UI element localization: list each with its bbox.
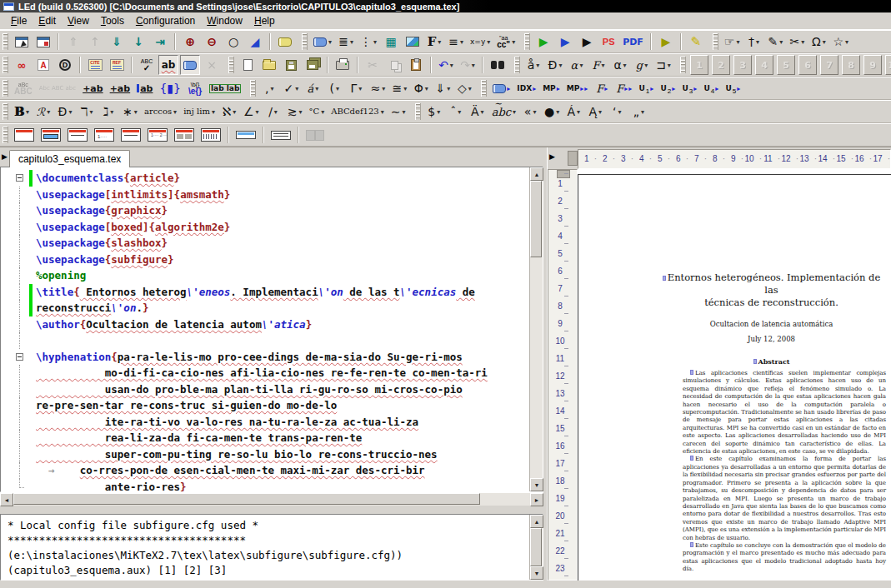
editor-vertical-scrollbar[interactable]: ▲ ▼ bbox=[529, 167, 543, 491]
dropdown-caret-icon[interactable]: ▾ bbox=[602, 62, 605, 69]
run-build-button[interactable]: ▶ bbox=[656, 32, 676, 52]
dropdown-caret-icon[interactable]: ▾ bbox=[134, 108, 138, 116]
low-quote-button[interactable]: „▾ bbox=[628, 102, 648, 122]
acrobat-button[interactable] bbox=[33, 55, 53, 75]
build-log-panel[interactable]: * Local config file subfigure.cfg used *… bbox=[1, 515, 529, 580]
layout-bar-dots-button[interactable] bbox=[268, 125, 293, 145]
dropdown-caret-icon[interactable]: ▾ bbox=[668, 62, 671, 69]
user-tool-3-button[interactable]: U3▸ bbox=[679, 78, 699, 98]
menu-view[interactable]: View bbox=[62, 13, 95, 28]
dropdown-caret-icon[interactable]: ▾ bbox=[779, 38, 783, 46]
letter-eth-button[interactable]: Đ▾ bbox=[545, 55, 565, 75]
metapost-run-button[interactable]: MP▸ bbox=[540, 78, 563, 98]
preview-page-area[interactable]: Entornos heterogéneos. Implementación de… bbox=[578, 169, 891, 581]
dropdown-caret-icon[interactable]: ▾ bbox=[212, 108, 215, 116]
fold-marker-icon[interactable] bbox=[16, 174, 23, 182]
layout-log-numbered-button[interactable] bbox=[145, 125, 170, 145]
delimiter-button[interactable]: (▾ bbox=[324, 78, 344, 98]
hebrew-daleth-button[interactable]: ℸ▾ bbox=[77, 102, 97, 122]
dropdown-caret-icon[interactable]: ▾ bbox=[26, 108, 29, 116]
dropdown-caret-icon[interactable]: ▾ bbox=[512, 38, 515, 46]
layout-editor-log-button[interactable] bbox=[65, 125, 90, 145]
scroll-right-icon[interactable]: ► bbox=[530, 493, 543, 506]
log-vertical-scrollbar[interactable]: ▲ ▼ bbox=[529, 515, 543, 580]
dropdown-caret-icon[interactable]: ▾ bbox=[756, 38, 759, 46]
insert-picture-button[interactable] bbox=[403, 32, 423, 52]
dropdown-caret-icon[interactable]: ▾ bbox=[381, 108, 384, 116]
dropdown-caret-icon[interactable]: ▾ bbox=[328, 38, 332, 46]
insert-braces-button[interactable]: {▮} bbox=[157, 78, 183, 98]
insert-label-button[interactable]: ab bbox=[134, 78, 155, 98]
dropdown-caret-icon[interactable]: ▾ bbox=[458, 108, 461, 116]
hebrew-aleph-button[interactable]: ℵ▾ bbox=[219, 102, 239, 122]
punctuation-button[interactable]: ,▾ bbox=[259, 78, 279, 98]
sticky-notes-button[interactable] bbox=[275, 32, 295, 52]
scroll-left-icon[interactable]: ◄ bbox=[0, 493, 13, 506]
blackboard-letters-button[interactable]: B▾ bbox=[12, 102, 32, 122]
dropdown-caret-icon[interactable]: ▾ bbox=[295, 85, 298, 92]
insert-tabstop-button[interactable]: +ab bbox=[108, 78, 133, 98]
operators-button[interactable]: ∗▾ bbox=[120, 102, 140, 122]
dropdown-caret-icon[interactable]: ▾ bbox=[447, 85, 450, 92]
menu-help[interactable]: Help bbox=[248, 13, 281, 28]
star-insert-button[interactable]: ☆▾ bbox=[830, 32, 851, 52]
find-button[interactable] bbox=[488, 55, 508, 75]
dropdown-caret-icon[interactable]: ▾ bbox=[47, 108, 50, 116]
acute-letter-button[interactable]: Á▾ bbox=[563, 102, 583, 122]
search-preview-button[interactable]: ○ bbox=[223, 32, 243, 52]
quick-slot-8-button[interactable]: 8 bbox=[842, 55, 860, 75]
layout-editor-only-button[interactable] bbox=[12, 125, 37, 145]
dropdown-caret-icon[interactable]: ▾ bbox=[438, 38, 441, 46]
dropdown-caret-icon[interactable]: ▾ bbox=[533, 108, 536, 116]
dropdown-caret-icon[interactable]: ▾ bbox=[68, 108, 72, 116]
accent-ring-button[interactable]: å▾ bbox=[523, 55, 543, 75]
angle-button[interactable]: ∠▾ bbox=[241, 102, 262, 122]
dropdown-caret-icon[interactable]: ▾ bbox=[579, 62, 583, 69]
menu-edit[interactable]: Edit bbox=[33, 13, 62, 28]
label-ref-pair-button[interactable]: lab lab bbox=[207, 78, 243, 98]
nav-up-step-button[interactable]: ↑ bbox=[85, 32, 105, 52]
save-all-button[interactable] bbox=[303, 55, 323, 75]
copy-button[interactable] bbox=[384, 55, 404, 75]
dropdown-caret-icon[interactable]: ▾ bbox=[513, 108, 516, 116]
preview-page[interactable]: Entornos heterogéneos. Implementación de… bbox=[578, 174, 891, 581]
spellcheck-button[interactable]: ABC✓ bbox=[137, 55, 157, 75]
menu-window[interactable]: Window bbox=[201, 13, 248, 28]
metapost-all-button[interactable]: MP▸▸ bbox=[564, 78, 591, 98]
layout-bar-blue-button[interactable] bbox=[233, 125, 258, 145]
dropdown-caret-icon[interactable]: ▾ bbox=[425, 85, 428, 92]
font-style-button[interactable]: F▾ bbox=[424, 32, 444, 52]
dropdown-caret-icon[interactable]: ▾ bbox=[556, 108, 559, 116]
toolbar-grip[interactable] bbox=[3, 57, 8, 73]
menu-tools[interactable]: Tools bbox=[95, 13, 130, 28]
dropdown-caret-icon[interactable]: ▾ bbox=[460, 38, 463, 46]
toolbar-grip[interactable] bbox=[3, 80, 8, 97]
view-ps-button[interactable]: PS bbox=[598, 32, 618, 52]
draw-tool-button[interactable]: ◢ bbox=[245, 32, 265, 52]
relation-cong-button[interactable]: ≅▾ bbox=[389, 78, 409, 98]
relation-gtrsim-button[interactable]: ≳▾ bbox=[285, 102, 305, 122]
insert-tabbing-button[interactable]: +ab bbox=[80, 78, 106, 98]
doc-styles-button[interactable] bbox=[33, 32, 53, 52]
dropdown-caret-icon[interactable]: ▾ bbox=[618, 108, 622, 116]
layout-split-panes-button[interactable] bbox=[172, 125, 197, 145]
dropdown-caret-icon[interactable]: ▾ bbox=[845, 38, 848, 46]
greek-lower-button[interactable]: α▾ bbox=[567, 55, 587, 75]
dropdown-caret-icon[interactable]: ▾ bbox=[437, 108, 440, 116]
menu-file[interactable]: File bbox=[5, 13, 33, 28]
insert-table-button[interactable]: ▦ bbox=[381, 32, 401, 52]
save-button[interactable] bbox=[281, 55, 301, 75]
list-environment-button[interactable]: ≣▾ bbox=[336, 32, 356, 52]
toolbar-grip[interactable] bbox=[680, 57, 686, 73]
dropdown-caret-icon[interactable]: ▾ bbox=[256, 108, 259, 116]
dropdown-caret-icon[interactable]: ▾ bbox=[823, 38, 826, 46]
toolbar-grip[interactable] bbox=[3, 33, 8, 50]
toolbar-grip[interactable] bbox=[514, 57, 520, 73]
dropdown-caret-icon[interactable]: ▾ bbox=[336, 85, 339, 92]
tilde-button[interactable]: ∼▾ bbox=[388, 102, 408, 122]
layout-log-list-button[interactable] bbox=[118, 125, 143, 145]
format-all-button[interactable]: F▸▸ bbox=[613, 78, 634, 98]
toolbar-grip[interactable] bbox=[228, 57, 234, 73]
toolbar-grip[interactable] bbox=[524, 33, 530, 50]
dropdown-caret-icon[interactable]: ▾ bbox=[536, 62, 539, 69]
